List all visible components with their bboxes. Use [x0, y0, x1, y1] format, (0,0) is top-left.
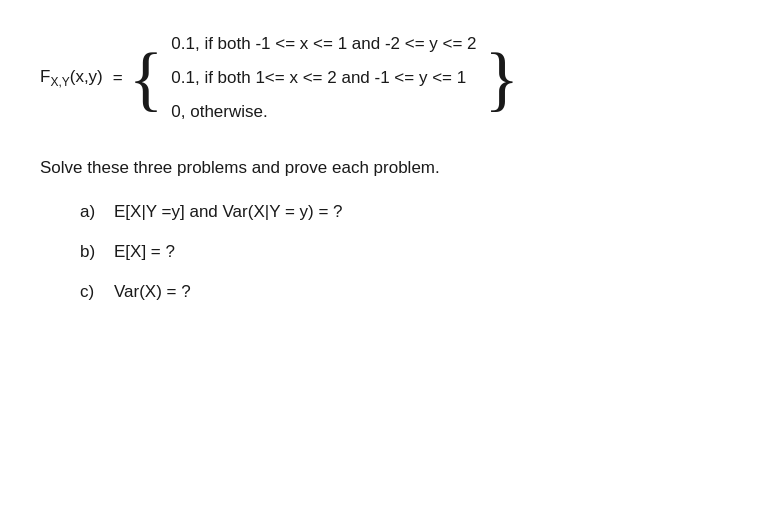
left-brace: { [129, 30, 164, 126]
case-line-3: 0, otherwise. [171, 102, 476, 122]
problem-text-b: E[X] = ? [114, 242, 175, 262]
case-1-condition: if both -1 <= x <= 1 and -2 <= y <= 2 [204, 34, 476, 53]
case-line-1: 0.1, if both -1 <= x <= 1 and -2 <= y <=… [171, 34, 476, 54]
problems-list: a) E[X|Y =y] and Var(X|Y = y) = ? b) E[X… [80, 202, 730, 302]
case-1-value: 0.1, [171, 34, 199, 53]
piecewise-function: FX,Y(x,y) = { 0.1, if both -1 <= x <= 1 … [40, 30, 730, 126]
function-subscript: X,Y [50, 75, 69, 89]
right-brace: } [485, 30, 520, 126]
problem-item-b: b) E[X] = ? [80, 242, 730, 262]
equals-sign: = [113, 68, 123, 88]
function-lhs: FX,Y(x,y) [40, 67, 103, 89]
brace-wrap: { 0.1, if both -1 <= x <= 1 and -2 <= y … [129, 30, 519, 126]
problem-label-a: a) [80, 202, 104, 222]
problem-label-b: b) [80, 242, 104, 262]
cases-container: 0.1, if both -1 <= x <= 1 and -2 <= y <=… [171, 30, 476, 126]
instructions-text: Solve these three problems and prove eac… [40, 158, 730, 178]
problem-label-c: c) [80, 282, 104, 302]
problem-text-a: E[X|Y =y] and Var(X|Y = y) = ? [114, 202, 343, 222]
case-2-condition: if both 1<= x <= 2 and -1 <= y <= 1 [204, 68, 466, 87]
case-3-value: 0, [171, 102, 185, 121]
problem-item-c: c) Var(X) = ? [80, 282, 730, 302]
case-line-2: 0.1, if both 1<= x <= 2 and -1 <= y <= 1 [171, 68, 476, 88]
problem-item-a: a) E[X|Y =y] and Var(X|Y = y) = ? [80, 202, 730, 222]
case-2-value: 0.1, [171, 68, 199, 87]
case-3-condition: otherwise. [190, 102, 267, 121]
problem-text-c: Var(X) = ? [114, 282, 191, 302]
page-content: FX,Y(x,y) = { 0.1, if both -1 <= x <= 1 … [40, 30, 730, 302]
